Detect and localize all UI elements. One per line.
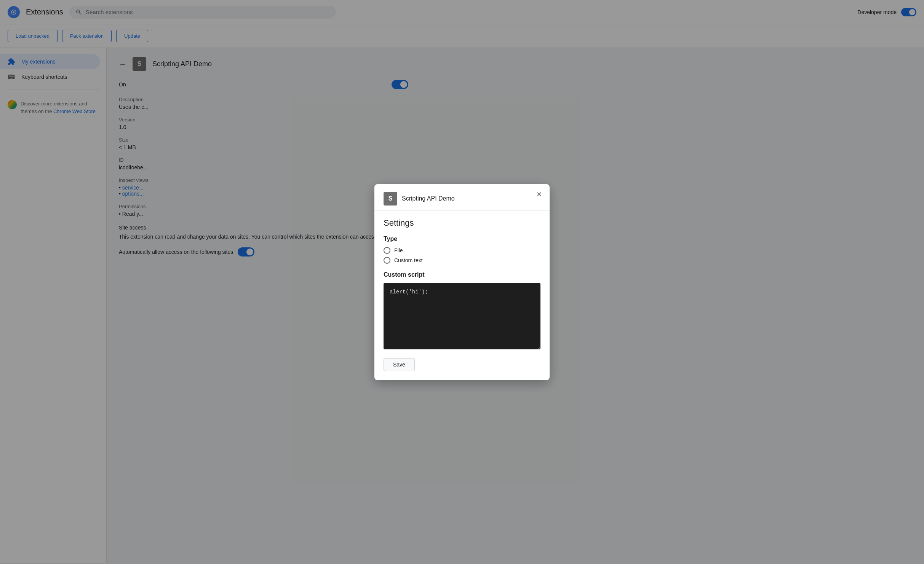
radio-file-label: File	[394, 247, 403, 253]
radio-file[interactable]: File	[384, 247, 540, 254]
dialog-close-button[interactable]: ✕	[536, 190, 542, 199]
dialog-ext-icon: S	[384, 192, 397, 206]
radio-custom-text-circle	[384, 257, 390, 264]
radio-file-circle	[384, 247, 390, 254]
dialog-header: S Scripting API Demo ✕	[374, 184, 550, 210]
custom-script-title: Custom script	[384, 271, 540, 278]
dialog-ext-name: Scripting API Demo	[402, 195, 455, 202]
dialog-body: Settings Type File Custom text Custom sc…	[374, 210, 550, 380]
save-button[interactable]: Save	[384, 358, 415, 371]
modal-overlay[interactable]: S Scripting API Demo ✕ Settings Type Fil…	[0, 0, 924, 563]
type-radio-group: File Custom text	[384, 247, 540, 264]
radio-custom-text[interactable]: Custom text	[384, 257, 540, 264]
radio-custom-text-label: Custom text	[394, 257, 423, 263]
type-section-title: Type	[384, 236, 540, 242]
dialog-settings-title: Settings	[384, 218, 540, 228]
code-editor[interactable]	[384, 283, 540, 349]
settings-dialog: S Scripting API Demo ✕ Settings Type Fil…	[374, 184, 550, 380]
